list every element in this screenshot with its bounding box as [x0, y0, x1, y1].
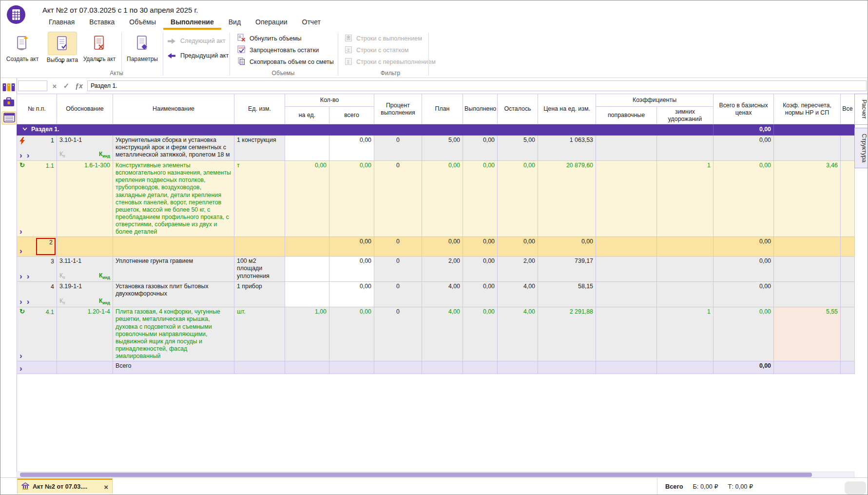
- cell-price[interactable]: [538, 361, 596, 374]
- cell-code[interactable]: [57, 237, 113, 257]
- cell-done[interactable]: 0,00: [463, 282, 498, 307]
- function-icon[interactable]: ƒx: [74, 82, 84, 90]
- grid-row-4.1[interactable]: ↻4.1›1.20-1-4Плита газовая, 4 конфорки, …: [17, 307, 855, 361]
- cell-ex[interactable]: [841, 136, 855, 161]
- cell-ex[interactable]: [841, 237, 855, 257]
- grid-row-3[interactable]: 3››3.11-1-1КпКиндУплотнение грунта грави…: [17, 257, 855, 282]
- acts-collection-icon[interactable]: [1, 81, 16, 94]
- cell-q1[interactable]: [285, 282, 329, 307]
- cell-pct[interactable]: [374, 361, 422, 374]
- cell-k1[interactable]: [596, 237, 657, 257]
- side-tab-structure[interactable]: Структура: [854, 128, 868, 168]
- cell-num[interactable]: 3››: [17, 257, 57, 282]
- side-tab-calculation[interactable]: Расчет: [854, 94, 868, 125]
- cell-unit[interactable]: т: [234, 161, 285, 237]
- cell-kr[interactable]: [774, 136, 841, 161]
- total-row-total-base[interactable]: 0,00: [714, 361, 774, 374]
- tab-main[interactable]: Главная: [41, 16, 82, 30]
- tab-view[interactable]: Вид: [221, 16, 248, 30]
- scrollbar-thumb[interactable]: [20, 473, 812, 477]
- cell-q1[interactable]: [285, 136, 329, 161]
- cell-name[interactable]: Конструктивные элементы вспомогательного…: [113, 161, 234, 237]
- cell-k2[interactable]: [657, 136, 714, 161]
- cell-k2[interactable]: [657, 361, 714, 374]
- cell-price[interactable]: 2 291,88: [538, 307, 596, 361]
- briefcase-icon[interactable]: [1, 96, 16, 108]
- cell-done[interactable]: 0,00: [463, 307, 498, 361]
- cell-k1[interactable]: [596, 136, 657, 161]
- cell-rest[interactable]: 2,00: [498, 257, 538, 282]
- close-tab-icon[interactable]: ×: [104, 483, 108, 491]
- grid-row-section[interactable]: Раздел 1.0,00: [17, 124, 855, 136]
- cell-k2[interactable]: 1: [657, 161, 714, 237]
- cell-unit[interactable]: [234, 237, 285, 257]
- cell-kr[interactable]: 5,55: [774, 307, 841, 361]
- name-box-input[interactable]: [18, 80, 47, 91]
- cell-kr[interactable]: [774, 237, 841, 257]
- cell-plan[interactable]: 5,00: [422, 136, 463, 161]
- cell-pct[interactable]: 0: [374, 282, 422, 307]
- cell-pct[interactable]: 0: [374, 257, 422, 282]
- tab-operations[interactable]: Операции: [248, 16, 295, 30]
- document-sheet-icon[interactable]: [1, 111, 17, 125]
- volume-action-2-button[interactable]: Скопировать объем со сметы: [237, 57, 334, 67]
- expand-chevrons-icon[interactable]: ›: [19, 247, 27, 256]
- cell-done[interactable]: 0,00: [463, 161, 498, 237]
- volume-action-0-button[interactable]: 0Обнулить объемы: [237, 34, 302, 43]
- tab-report[interactable]: Отчет: [295, 16, 328, 30]
- expand-chevrons-icon[interactable]: ›: [19, 352, 27, 360]
- cell-code[interactable]: 3.19-1-1КпКинд: [57, 282, 113, 307]
- tab-execution[interactable]: Выполнение: [163, 16, 221, 30]
- cell-kr[interactable]: [774, 257, 841, 282]
- section-total-base[interactable]: 0,00: [714, 124, 774, 136]
- expand-chevrons-icon[interactable]: ››: [19, 151, 34, 160]
- formula-input[interactable]: [87, 80, 867, 91]
- cell-done[interactable]: 0,00: [463, 136, 498, 161]
- cell-num[interactable]: ↻1.1›: [17, 161, 57, 237]
- cell-price[interactable]: 1 063,53: [538, 136, 596, 161]
- cell-done[interactable]: [463, 361, 498, 374]
- cell-price[interactable]: 20 879,60: [538, 161, 596, 237]
- cell-pct[interactable]: 0: [374, 307, 422, 361]
- cell-k1[interactable]: [596, 282, 657, 307]
- cell-k1[interactable]: [596, 361, 657, 374]
- cell-code[interactable]: 1.6-1-300: [57, 161, 113, 237]
- cell-plan[interactable]: 2,00: [422, 257, 463, 282]
- expand-chevrons-icon[interactable]: ›: [19, 364, 27, 373]
- cell-price[interactable]: 739,17: [538, 257, 596, 282]
- cell-plan[interactable]: 0,00: [422, 161, 463, 237]
- cell-code[interactable]: [57, 361, 113, 374]
- cell-num[interactable]: ›: [17, 361, 57, 374]
- expand-chevrons-icon[interactable]: ››: [19, 297, 34, 306]
- cell-name[interactable]: Укрупнительная сборка и установка констр…: [113, 136, 234, 161]
- section-header-cell[interactable]: Раздел 1.: [17, 124, 714, 136]
- cell-unit[interactable]: шт.: [234, 307, 285, 361]
- cell-num[interactable]: 1››: [17, 136, 57, 161]
- cell-unit[interactable]: 1 прибор: [234, 282, 285, 307]
- cell-rest[interactable]: 4,00: [498, 307, 538, 361]
- cell-pct[interactable]: 0: [374, 136, 422, 161]
- cell-kr[interactable]: [774, 282, 841, 307]
- grid-row-1[interactable]: 1››3.10-1-1КпКиндУкрупнительная сборка и…: [17, 136, 855, 161]
- cell-rest[interactable]: 0,00: [498, 161, 538, 237]
- cell-code[interactable]: 3.10-1-1КпКинд: [57, 136, 113, 161]
- cell-q2[interactable]: 0,00: [329, 237, 374, 257]
- cell-q2[interactable]: 0,00: [329, 257, 374, 282]
- cell-price[interactable]: 58,15: [538, 282, 596, 307]
- cell-k1[interactable]: [596, 257, 657, 282]
- cell-name[interactable]: Установка газовых плит бытовых двухкомфо…: [113, 282, 234, 307]
- create-act-button[interactable]: Создать акт: [3, 32, 41, 62]
- cell-name[interactable]: [113, 237, 234, 257]
- cell-ex[interactable]: [841, 161, 855, 237]
- cell-k2[interactable]: [657, 237, 714, 257]
- grid-row-2[interactable]: 2›0,0000,000,000,000,000,00: [17, 237, 855, 257]
- select-act-button[interactable]: Выбор акта: [43, 32, 81, 70]
- cell-q2[interactable]: 0,00: [329, 136, 374, 161]
- cancel-icon[interactable]: ×: [50, 82, 59, 90]
- cell-pct[interactable]: 0: [374, 237, 422, 257]
- cell-ex[interactable]: [841, 307, 855, 361]
- cell-num[interactable]: 2›: [17, 237, 57, 257]
- document-tab[interactable]: Акт №2 от 07.03.... ×: [17, 478, 113, 494]
- expand-chevrons-icon[interactable]: ››: [19, 272, 34, 281]
- cell-kr[interactable]: [774, 361, 841, 374]
